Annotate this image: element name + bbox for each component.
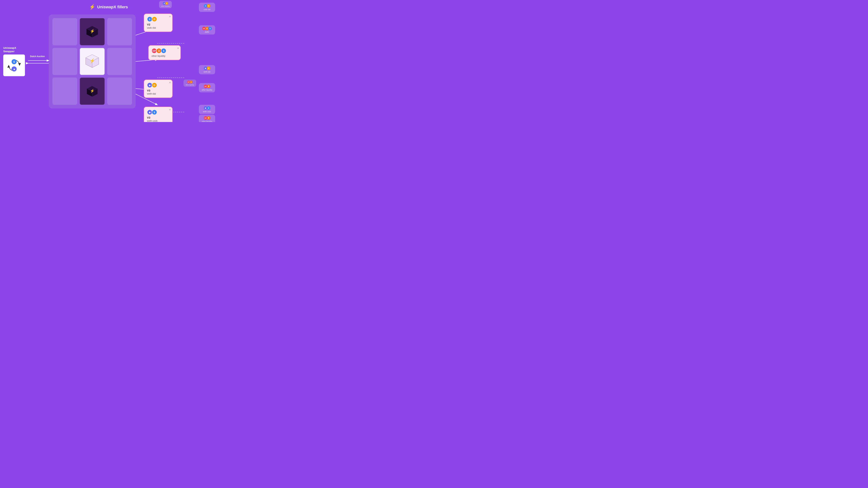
fillers-grid: ⚡ ⚡ ⚡ <box>49 14 135 108</box>
pool-card-v3-weth-dai: ✳ ◈ D V3 weth-dai <box>144 79 173 98</box>
corner-icon-1: ✳ <box>169 15 171 18</box>
filler-cell-2-1 <box>53 48 77 75</box>
bg-label-top-other-liq: other liquidity <box>160 5 171 7</box>
swapper-box: $ ◈ <box>3 55 25 76</box>
pool-coins-3: ◈ D <box>147 83 169 88</box>
pool-card-v3-weth-usdc: ✳ ◈ $ V3 weth-usdc <box>144 107 173 122</box>
filler-cell-3-1 <box>53 77 77 105</box>
swapper-label: UniswapX Swapper <box>3 46 25 53</box>
bg-label-usdc-dai: usdc-dai <box>200 8 214 10</box>
pool-coins-4: ◈ $ <box>147 109 169 115</box>
bg-card-top-other-liq: ◈ D other liquidity <box>159 1 172 8</box>
pool-other-sub: other liquidity <box>152 55 178 57</box>
pool-v3-weth-usdc-sub: weth-usdc <box>147 120 169 122</box>
pool-v2-sub: usdc-dai <box>147 26 169 29</box>
filler-cell-3-2: ⚡ <box>80 77 104 105</box>
bg-card-other-liquidity-1: OP ₿ other liquidity <box>199 83 215 92</box>
svg-text:⚡: ⚡ <box>90 29 95 34</box>
filler-cell-2-2: ⚡ <box>80 48 104 75</box>
corner-icon-3: ✳ <box>169 81 171 84</box>
page-header: ⚡ UniswapX fillers <box>89 4 128 10</box>
pool-v3-weth-dai-sub: weth-dai <box>147 92 169 95</box>
bg-label-other-liq-1: other liquidity <box>200 89 214 91</box>
bg-card-usdc-dai: $ D usdc-dai <box>199 3 215 12</box>
bg-card-amm: OP ₿ $ AMM <box>199 25 215 35</box>
svg-text:◈: ◈ <box>13 68 15 70</box>
page-title: UniswapX fillers <box>97 5 128 9</box>
bg-card-weth-dai: ◈ D weth-dai <box>199 65 215 74</box>
pool-card-v2-usdc-dai: ✳ $ D V2 usdc-dai <box>144 13 173 32</box>
bg-card-other-liquidity-2: OP ₿ other liquidity <box>199 115 215 122</box>
bg-label-mid-other-liq: other liquidity <box>185 84 195 86</box>
svg-text:⚡: ⚡ <box>89 58 95 63</box>
pool-coins-2: OP ₿ $ <box>152 48 178 54</box>
pool-card-other-liquidity: ✳ OP ₿ $ other liquidity <box>148 45 181 60</box>
pool-coins-1: $ D <box>147 17 169 22</box>
pool-v3-weth-usdc-title: V3 <box>147 116 169 119</box>
svg-text:⚡: ⚡ <box>90 89 94 93</box>
pool-v2-title: V2 <box>147 23 169 26</box>
svg-text:$: $ <box>13 60 15 63</box>
corner-icon-2: ✳ <box>177 47 179 50</box>
bg-card-mid-other-liq: OP ₿ other liquidity <box>184 79 196 87</box>
bg-label-amm: AMM <box>200 31 214 33</box>
bg-label-weth-dai: weth-dai <box>200 71 214 73</box>
dutch-auction-label: Dutch Auction <box>28 55 46 58</box>
pool-v3-weth-dai-title: V3 <box>147 89 169 92</box>
swapper-section: UniswapX Swapper $ ◈ <box>3 46 25 76</box>
bg-label-other-liq-2: other liquidity <box>200 121 214 122</box>
filler-cell-2-3 <box>107 48 132 75</box>
corner-icon-4: ✳ <box>169 108 171 111</box>
bg-label-weth-usdc: weth-usdc <box>200 110 214 112</box>
filler-cell-1-2: ⚡ <box>80 18 104 45</box>
filler-cell-1-1 <box>53 18 77 45</box>
bg-card-weth-usdc: ◈ $ weth-usdc <box>199 105 215 114</box>
filler-cell-1-3 <box>107 18 132 45</box>
bolt-icon-header: ⚡ <box>89 4 95 10</box>
filler-cell-3-3 <box>107 77 132 105</box>
